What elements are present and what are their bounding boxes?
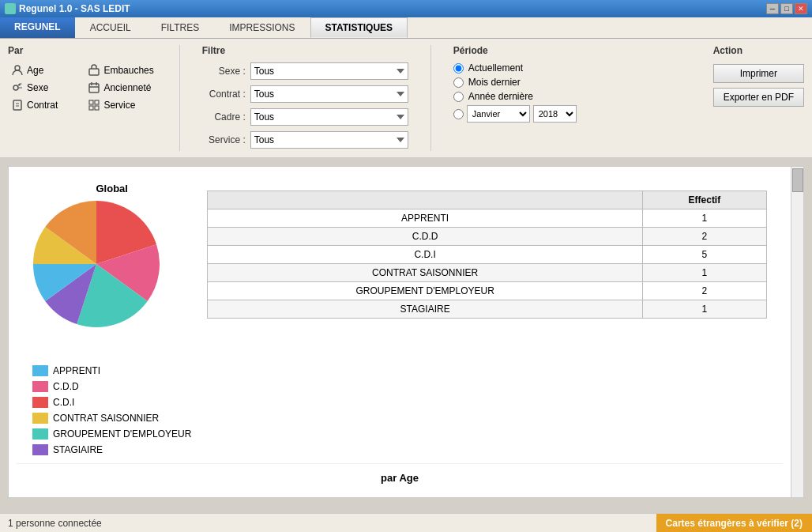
table-cell-value: 5 (642, 246, 766, 264)
table-cell-value: 2 (642, 282, 766, 300)
filtre-section: Filtre Sexe : Tous Contrat : Tous Cadre … (202, 45, 408, 151)
minimize-button[interactable]: ─ (766, 3, 779, 14)
par-service-label: Service (103, 100, 135, 111)
par-sexe[interactable]: Sexe (8, 80, 80, 96)
tab-impressions[interactable]: IMPRESSIONS (214, 17, 310, 38)
app-icon (5, 3, 16, 14)
par-service[interactable]: Service (85, 97, 156, 113)
data-table: Effectif APPRENTI 1 C.D.D 2 C. (207, 191, 767, 319)
global-section: Global (17, 175, 783, 463)
svg-rect-7 (89, 100, 93, 104)
filtre-contrat-select[interactable]: Tous (250, 85, 408, 103)
filtre-cadre-row: Cadre : Tous (202, 108, 408, 126)
radio-custom: JanvierFévrierMarsAvril MaiJuinJuilletAo… (453, 105, 577, 123)
table-row: C.D.D 2 (208, 228, 767, 246)
imprimer-button[interactable]: Imprimer (713, 64, 804, 83)
table-row: GROUPEMENT D'EMPLOYEUR 2 (208, 282, 767, 300)
embauches-icon (88, 64, 100, 77)
legend-stagiaire: STAGIAIRE (32, 444, 191, 455)
radio-annee-derniere-label: Année dernière (468, 91, 533, 102)
maximize-button[interactable]: □ (780, 3, 793, 14)
filtre-service-select[interactable]: Tous (250, 131, 408, 149)
svg-rect-8 (95, 100, 99, 104)
month-select[interactable]: JanvierFévrierMarsAvril MaiJuinJuilletAo… (467, 105, 530, 123)
table-cell-label: C.D.D (208, 228, 642, 246)
svg-point-0 (15, 66, 20, 70)
legend-cdi-color (32, 397, 48, 408)
title-bar: Regunel 1.0 - SAS LEDIT ─ □ ✕ (0, 0, 812, 17)
year-select[interactable]: 201820172016 (533, 105, 577, 123)
exporter-button[interactable]: Exporter en PDF (713, 88, 804, 107)
radio-annee-derniere-input[interactable] (453, 92, 464, 102)
table-cell-value: 1 (642, 264, 766, 282)
menu-bar: REGUNEL ACCUEIL FILTRES IMPRESSIONS STAT… (0, 17, 812, 39)
table-cell-label: GROUPEMENT D'EMPLOYEUR (208, 282, 642, 300)
radio-custom-input[interactable] (453, 109, 464, 119)
table-row: CONTRAT SAISONNIER 1 (208, 264, 767, 282)
bar-title: par Age (32, 472, 767, 484)
table-cell-label: C.D.I (208, 246, 642, 264)
svg-rect-1 (89, 69, 99, 75)
svg-rect-10 (95, 106, 99, 110)
service-icon (88, 99, 100, 111)
action-section: Action Imprimer Exporter en PDF (713, 45, 804, 107)
charts-container: Global (17, 175, 795, 489)
bar-section: par Age 2 (17, 463, 783, 489)
chart-area: Global (8, 166, 804, 498)
radio-mois-dernier-label: Mois dernier (468, 77, 521, 88)
filtre-cadre-select[interactable]: Tous (250, 108, 408, 126)
par-embauches[interactable]: Embauches (85, 62, 156, 78)
action-title: Action (713, 45, 804, 56)
tab-filtres[interactable]: FILTRES (146, 17, 214, 38)
legend-saisonnier-label: CONTRAT SAISONNIER (53, 413, 159, 424)
legend-apprenti-label: APPRENTI (53, 365, 100, 376)
alert-button[interactable]: Cartes étrangères à vérifier (2) (656, 514, 812, 533)
filtre-contrat-row: Contrat : Tous (202, 85, 408, 103)
close-button[interactable]: ✕ (795, 3, 807, 14)
par-age[interactable]: Age (8, 62, 80, 78)
window-title: Regunel 1.0 - SAS LEDIT (19, 3, 130, 14)
window-controls[interactable]: ─ □ ✕ (766, 3, 807, 14)
legend-groupement-label: GROUPEMENT D'EMPLOYEUR (53, 428, 191, 440)
svg-point-2 (13, 85, 18, 90)
par-anciennete[interactable]: Ancienneté (85, 80, 156, 96)
tab-regunel[interactable]: REGUNEL (0, 17, 75, 38)
table-cell-label: APPRENTI (208, 209, 642, 228)
table-cell-label: STAGIAIRE (208, 300, 642, 319)
table-header-effectif: Effectif (642, 191, 766, 209)
scrollbar[interactable] (791, 167, 803, 497)
tab-accueil[interactable]: ACCUEIL (75, 17, 146, 38)
radio-mois-dernier-input[interactable] (453, 77, 464, 88)
filtre-contrat-label: Contrat : (202, 89, 246, 100)
par-sexe-label: Sexe (27, 82, 48, 93)
filtre-title: Filtre (202, 45, 408, 56)
periode-section: Période Actuellement Mois dernier Année … (453, 45, 577, 123)
filter-bar: Par Age Embauches Sexe (0, 39, 812, 158)
scrollbar-thumb[interactable] (792, 168, 803, 192)
par-embauches-label: Embauches (103, 65, 153, 76)
par-age-label: Age (27, 65, 43, 76)
radio-actuellement-label: Actuellement (468, 62, 523, 74)
par-contrat[interactable]: Contrat (8, 97, 80, 113)
filtre-sexe-select[interactable]: Tous (250, 62, 408, 80)
table-row: STAGIAIRE 1 (208, 300, 767, 319)
filtre-sexe-label: Sexe : (202, 66, 246, 77)
filtre-sexe-row: Sexe : Tous (202, 62, 408, 80)
par-title: Par (8, 45, 157, 56)
anciennete-icon (88, 81, 100, 94)
age-icon (11, 64, 24, 77)
radio-actuellement: Actuellement (453, 62, 577, 74)
data-table-section: Effectif APPRENTI 1 C.D.D 2 C. (207, 183, 767, 319)
par-grid: Age Embauches Sexe Ancienneté (8, 62, 157, 113)
table-cell-value: 1 (642, 300, 766, 319)
legend-cdi-label: C.D.I (53, 397, 74, 408)
legend-cdd: C.D.D (32, 381, 191, 392)
radio-mois-dernier: Mois dernier (453, 77, 577, 88)
radio-actuellement-input[interactable] (453, 63, 464, 74)
table-cell-value: 2 (642, 228, 766, 246)
filtre-service-label: Service : (202, 134, 246, 145)
legend-apprenti: APPRENTI (32, 365, 191, 376)
tab-statistiques[interactable]: STATISTIQUES (310, 17, 408, 38)
legend-stagiaire-color (32, 444, 48, 455)
sexe-icon (11, 81, 24, 94)
